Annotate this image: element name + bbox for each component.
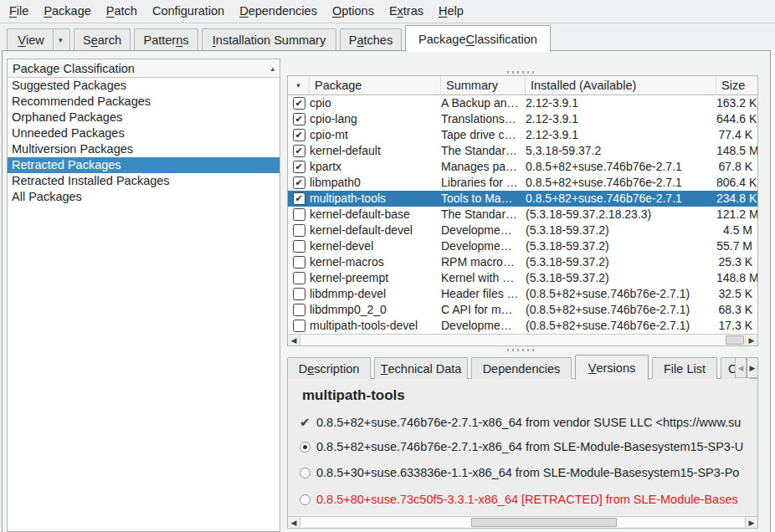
version-row-selected[interactable]: 0.8.5+82+suse.746b76e-2.7.1-x86_64 from … [300, 440, 743, 453]
scrollbar-thumb[interactable] [471, 518, 617, 527]
row-checkbox[interactable]: ✔ [293, 113, 305, 125]
row-checkbox[interactable]: ✔ [293, 176, 305, 189]
table-row[interactable]: ✔cpioA Backup an…2.12-3.9.1163.2 K [288, 95, 757, 111]
scroll-left-icon[interactable]: ◀ [288, 335, 300, 345]
table-row[interactable]: kernel-default-baseThe Standar…(5.3.18-5… [288, 207, 757, 223]
row-checkbox[interactable]: ✔ [293, 129, 305, 141]
package-size: 77.4 K [716, 127, 757, 143]
sidebar-item-orphaned[interactable]: Orphaned Packages [8, 110, 280, 125]
tab-package-classification[interactable]: Package Classification [405, 25, 551, 52]
sidebar-item-retracted-installed[interactable]: Retracted Installed Packages [8, 173, 280, 189]
status-column-dropdown-icon[interactable]: ▾ [288, 76, 310, 95]
row-checkbox[interactable] [293, 224, 305, 237]
package-installed: (5.3.18-59.37.2.18.23.3) [526, 207, 716, 223]
table-row[interactable]: libdmmp-develHeader files …(0.8.5+82+sus… [288, 286, 757, 302]
details-tab-bar: Description Technical Data Dependencies … [287, 355, 758, 379]
row-checkbox[interactable]: ✔ [293, 97, 305, 110]
tab-patterns[interactable]: Patterns [134, 28, 198, 50]
tab-dependencies[interactable]: Dependencies [471, 357, 572, 379]
splitter-handle[interactable] [507, 71, 537, 74]
sidebar-item-retracted[interactable]: Retracted Packages [8, 157, 280, 173]
table-row[interactable]: ✔cpio-mtTape drive c…2.12-3.9.177.4 K [288, 127, 757, 143]
radio-off-icon[interactable] [300, 494, 311, 505]
view-dropdown-icon[interactable]: ▾ [54, 36, 68, 44]
scrollbar-thumb[interactable] [726, 335, 744, 345]
classification-list-header[interactable]: Package Classification ▴ [8, 59, 280, 78]
package-installed: 5.3.18-59.37.2 [526, 143, 716, 159]
table-row[interactable]: libdmmp0_2_0C API for m…(0.8.5+82+suse.7… [288, 302, 757, 318]
row-checkbox[interactable] [293, 304, 305, 316]
package-size: 148.8 M [716, 270, 757, 286]
menu-configuration[interactable]: Configuration [145, 0, 232, 23]
table-row[interactable]: ✔cpio-langTranslations…2.12-3.9.1644.6 K [288, 111, 757, 127]
table-row[interactable]: kernel-macrosRPM macro…(5.3.18-59.37.2)2… [288, 254, 757, 270]
package-size: 644.6 K [716, 111, 757, 127]
table-row[interactable]: multipath-tools-develDevelopme…(0.8.5+82… [288, 318, 757, 334]
table-row[interactable]: kernel-develDevelopme…(5.3.18-59.37.2)55… [288, 238, 757, 254]
row-checkbox[interactable] [293, 240, 305, 253]
menu-file[interactable]: File [2, 0, 36, 23]
row-checkbox[interactable]: ✔ [293, 192, 305, 205]
menu-extras[interactable]: Extras [382, 0, 431, 23]
table-row[interactable]: ✔kernel-defaultThe Standar…5.3.18-59.37.… [288, 143, 757, 159]
package-summary: Developme… [441, 318, 526, 334]
version-row-installed[interactable]: ✔ 0.8.5+82+suse.746b76e-2.7.1-x86_64 fro… [300, 415, 741, 430]
table-row[interactable]: ✔kpartxManages pa…0.8.5+82+suse.746b76e-… [288, 159, 757, 175]
menu-patch[interactable]: Patch [99, 0, 145, 23]
sidebar-item-multiversion[interactable]: Multiversion Packages [8, 141, 280, 157]
column-header-summary[interactable]: Summary [441, 76, 526, 95]
package-name: cpio-lang [310, 111, 441, 127]
package-name: kernel-default-base [310, 207, 441, 223]
column-header-installed[interactable]: Installed (Available) [526, 76, 716, 95]
package-installed: 0.8.5+82+suse.746b76e-2.7.1 [526, 159, 716, 175]
table-row[interactable]: kernel-default-develDevelopme…(5.3.18-59… [288, 223, 757, 238]
package-name: kpartx [310, 159, 441, 175]
splitter-handle[interactable] [507, 349, 537, 351]
radio-off-icon[interactable] [300, 468, 311, 478]
row-checkbox[interactable] [293, 208, 305, 221]
menu-help[interactable]: Help [431, 0, 471, 23]
package-size: 17.3 K [716, 318, 757, 334]
sidebar-item-suggested[interactable]: Suggested Packages [8, 78, 280, 94]
tab-technical-data[interactable]: Technical Data [374, 357, 468, 379]
table-row[interactable]: ✔libmpath0Libraries for …0.8.5+82+suse.7… [288, 175, 757, 191]
row-checkbox[interactable] [293, 320, 305, 332]
tab-installation-summary[interactable]: Installation Summary [202, 28, 336, 50]
sidebar-item-unneeded[interactable]: Unneeded Packages [8, 125, 280, 141]
tab-file-list[interactable]: File List [652, 357, 717, 379]
tab-scroll-left-icon[interactable]: ◀ [735, 357, 747, 378]
row-checkbox[interactable]: ✔ [293, 145, 305, 157]
package-summary: Manages pa… [441, 159, 526, 175]
tab-view[interactable]: View ▾ [7, 28, 70, 50]
tab-search[interactable]: Search [74, 28, 131, 50]
scroll-right-icon[interactable]: ▶ [745, 335, 757, 345]
menu-package[interactable]: Package [36, 0, 98, 23]
table-horizontal-scrollbar[interactable]: ◀ ▶ [288, 334, 757, 345]
column-header-package[interactable]: Package [310, 76, 441, 95]
tab-scroll-right-icon[interactable]: ▶ [747, 357, 758, 378]
row-checkbox[interactable] [293, 256, 305, 269]
version-text: 0.8.5+82+suse.746b76e-2.7.1-x86_64 from … [316, 416, 741, 429]
view-tab-label[interactable]: View [9, 29, 53, 50]
row-checkbox[interactable] [293, 288, 305, 300]
table-row[interactable]: kernel-preemptKernel with …(5.3.18-59.37… [288, 270, 757, 286]
details-horizontal-scrollbar[interactable]: ◀ ▶ [288, 516, 757, 528]
menu-options[interactable]: Options [325, 0, 382, 23]
tab-description[interactable]: Description [287, 357, 371, 379]
table-row-selected[interactable]: ✔multipath-toolsTools to Ma…0.8.5+82+sus… [288, 191, 757, 207]
package-table: ▾ Package Summary Installed (Available) … [287, 75, 758, 346]
row-checkbox[interactable]: ✔ [293, 161, 305, 173]
version-row[interactable]: 0.8.5+30+suse.633836e-1.1-x86_64 from SL… [300, 466, 739, 479]
scroll-right-icon[interactable]: ▶ [745, 517, 757, 528]
tab-versions[interactable]: Versions [575, 355, 649, 380]
version-row-retracted[interactable]: 0.8.5+80+suse.73c50f5-3.3.1-x86_64 [RETR… [300, 493, 738, 506]
column-header-size[interactable]: Size [716, 76, 757, 95]
sidebar-item-all-packages[interactable]: All Packages [8, 189, 280, 205]
row-checkbox[interactable] [293, 272, 305, 284]
scroll-left-icon[interactable]: ◀ [288, 517, 300, 528]
tab-patches[interactable]: Patches [340, 28, 402, 50]
sidebar-item-recommended[interactable]: Recommended Packages [8, 94, 280, 110]
radio-on-icon[interactable] [300, 442, 311, 453]
main-tab-bar: View ▾ Search Patterns Installation Summ… [0, 25, 775, 51]
menu-dependencies[interactable]: Dependencies [232, 0, 325, 23]
